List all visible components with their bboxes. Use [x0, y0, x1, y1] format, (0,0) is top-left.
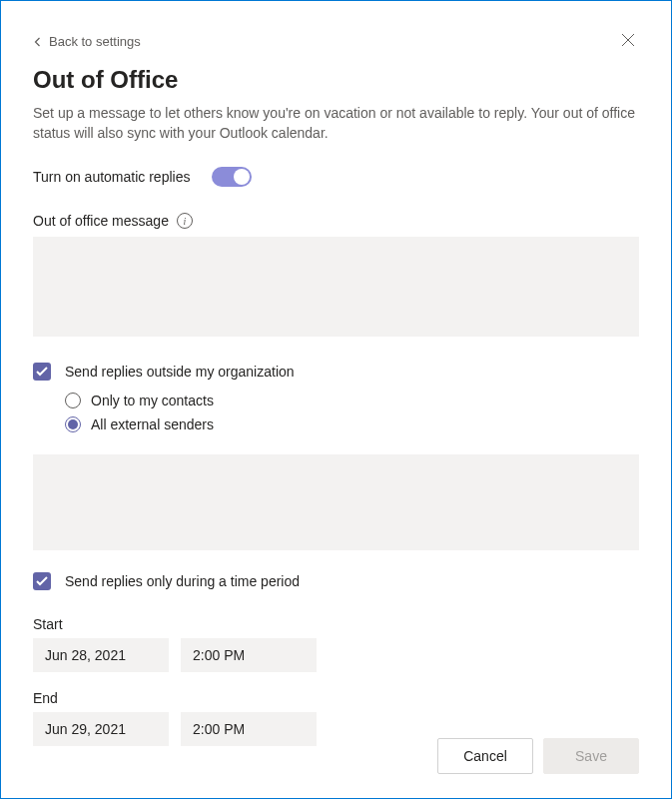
close-button[interactable] [617, 29, 639, 54]
outside-org-label: Send replies outside my organization [65, 364, 295, 380]
back-to-settings-link[interactable]: Back to settings [33, 34, 141, 49]
cancel-button[interactable]: Cancel [437, 738, 533, 774]
auto-replies-label: Turn on automatic replies [33, 169, 190, 185]
footer-buttons: Cancel Save [437, 738, 639, 774]
auto-replies-toggle[interactable] [212, 167, 252, 187]
radio-contacts-label: Only to my contacts [91, 393, 214, 408]
info-icon[interactable]: i [177, 213, 193, 229]
time-period-label: Send replies only during a time period [65, 573, 300, 589]
auto-replies-toggle-row: Turn on automatic replies [33, 167, 639, 187]
close-icon [621, 33, 635, 47]
message-label: Out of office message [33, 213, 169, 229]
end-time-input[interactable] [181, 712, 317, 746]
header-row: Back to settings [33, 29, 639, 54]
page-description: Set up a message to let others know you'… [33, 104, 639, 143]
start-label: Start [33, 616, 639, 632]
radio-contacts-circle [65, 393, 81, 408]
check-icon [36, 576, 48, 586]
radio-contacts[interactable]: Only to my contacts [65, 393, 639, 408]
outside-message-textarea[interactable] [33, 454, 639, 550]
radio-all-circle [65, 416, 81, 432]
outside-org-checkbox[interactable] [33, 363, 51, 381]
time-period-checkbox[interactable] [33, 572, 51, 590]
end-label: End [33, 690, 639, 706]
radio-all-label: All external senders [91, 416, 214, 432]
outside-radio-group: Only to my contacts All external senders [65, 393, 639, 440]
start-datetime-row [33, 638, 639, 672]
chevron-left-icon [33, 37, 43, 47]
outside-org-row: Send replies outside my organization [33, 363, 639, 381]
back-link-text: Back to settings [49, 34, 141, 49]
time-period-row: Send replies only during a time period [33, 572, 639, 590]
radio-all-external[interactable]: All external senders [65, 416, 639, 432]
page-title: Out of Office [33, 66, 639, 94]
message-textarea[interactable] [33, 237, 639, 337]
toggle-knob [234, 169, 250, 185]
end-date-input[interactable] [33, 712, 169, 746]
check-icon [36, 367, 48, 377]
start-date-input[interactable] [33, 638, 169, 672]
start-time-input[interactable] [181, 638, 317, 672]
save-button[interactable]: Save [543, 738, 639, 774]
radio-dot [68, 419, 78, 429]
out-of-office-modal: Back to settings Out of Office Set up a … [0, 0, 672, 799]
message-label-row: Out of office message i [33, 213, 639, 229]
